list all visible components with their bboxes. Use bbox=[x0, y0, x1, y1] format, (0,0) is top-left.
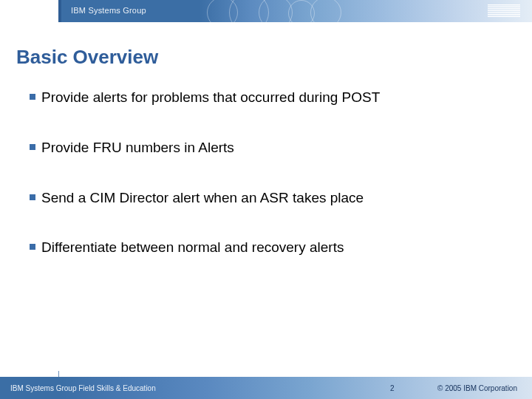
svg-rect-2 bbox=[488, 8, 520, 9]
svg-rect-3 bbox=[488, 10, 520, 11]
footer-left-text: IBM Systems Group Field Skills & Educati… bbox=[10, 384, 156, 392]
footer-tick bbox=[58, 371, 59, 377]
list-item: Differentiate between normal and recover… bbox=[30, 239, 502, 256]
bullet-marker-icon bbox=[30, 94, 35, 100]
slide-title: Basic Overview bbox=[16, 46, 158, 69]
bullet-marker-icon bbox=[30, 194, 35, 200]
slide: IBM Systems Group Basic Overview Provide… bbox=[0, 0, 532, 399]
header-bar: IBM Systems Group bbox=[0, 0, 532, 22]
bullet-text: Provide FRU numbers in Alerts bbox=[41, 139, 234, 157]
svg-rect-4 bbox=[488, 12, 520, 13]
svg-rect-0 bbox=[488, 4, 520, 5]
bullet-list: Provide alerts for problems that occurre… bbox=[30, 89, 502, 289]
footer-bar: IBM Systems Group Field Skills & Educati… bbox=[0, 377, 532, 399]
bullet-marker-icon bbox=[30, 244, 35, 250]
bullet-text: Send a CIM Director alert when an ASR ta… bbox=[41, 189, 364, 207]
list-item: Send a CIM Director alert when an ASR ta… bbox=[30, 189, 502, 207]
footer-copyright: © 2005 IBM Corporation bbox=[437, 384, 517, 392]
header-circles-decoration bbox=[207, 0, 369, 27]
group-label: IBM Systems Group bbox=[71, 6, 146, 15]
bullet-text: Differentiate between normal and recover… bbox=[41, 239, 344, 256]
bullet-text: Provide alerts for problems that occurre… bbox=[41, 89, 380, 106]
svg-rect-5 bbox=[488, 14, 520, 15]
ibm-logo-icon bbox=[488, 4, 520, 21]
footer-page-number: 2 bbox=[390, 384, 395, 392]
header-left-block bbox=[0, 0, 59, 22]
svg-rect-6 bbox=[488, 16, 520, 17]
bullet-marker-icon bbox=[30, 144, 35, 150]
svg-rect-1 bbox=[488, 7, 520, 7]
list-item: Provide FRU numbers in Alerts bbox=[30, 139, 502, 157]
header-accent bbox=[58, 0, 61, 22]
list-item: Provide alerts for problems that occurre… bbox=[30, 89, 502, 106]
